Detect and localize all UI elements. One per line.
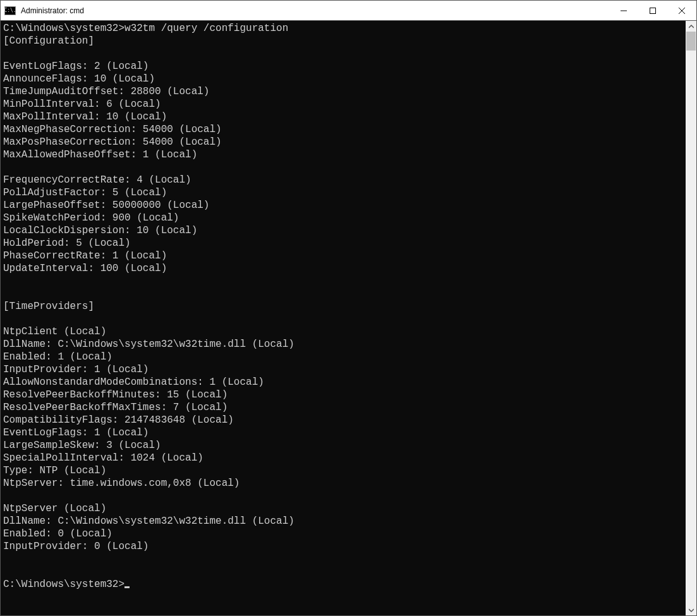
minimize-button[interactable] (609, 1, 638, 20)
output-line: EventLogFlags: 2 (Local) (3, 61, 148, 72)
output-line: TimeJumpAuditOffset: 28800 (Local) (3, 86, 209, 97)
client-area: C:\Windows\system32>w32tm /query /config… (1, 21, 696, 615)
output-line: MinPollInterval: 6 (Local) (3, 99, 161, 110)
output-line: PhaseCorrectRate: 1 (Local) (3, 250, 167, 262)
output-line: Enabled: 1 (Local) (3, 351, 112, 363)
output-line: MaxPollInterval: 10 (Local) (3, 111, 167, 123)
output-line: Type: NTP (Local) (3, 465, 106, 476)
window-title: Administrator: cmd (21, 6, 609, 15)
output-line: LocalClockDispersion: 10 (Local) (3, 225, 197, 236)
output-line: LargePhaseOffset: 50000000 (Local) (3, 200, 209, 211)
output-line: MaxNegPhaseCorrection: 54000 (Local) (3, 124, 222, 135)
output-line: UpdateInterval: 100 (Local) (3, 263, 167, 274)
scroll-up-button[interactable] (686, 21, 696, 32)
output-line: InputProvider: 1 (Local) (3, 364, 148, 375)
output-line: SpecialPollInterval: 1024 (Local) (3, 452, 203, 464)
prompt: C:\Windows\system32> (3, 579, 124, 590)
maximize-button[interactable] (638, 1, 667, 20)
close-button[interactable] (667, 1, 696, 20)
output-line: SpikeWatchPeriod: 900 (Local) (3, 212, 179, 224)
cursor (124, 586, 130, 588)
output-line: FrequencyCorrectRate: 4 (Local) (3, 174, 191, 186)
output-line: CompatibilityFlags: 2147483648 (Local) (3, 414, 234, 426)
window-controls (609, 1, 696, 20)
scroll-thumb[interactable] (686, 32, 696, 51)
command-text: w32tm /query /configuration (124, 23, 288, 34)
section-header: [Configuration] (3, 35, 94, 47)
prompt: C:\Windows\system32> (3, 23, 124, 34)
output-line: AnnounceFlags: 10 (Local) (3, 73, 155, 85)
output-line: NtpServer (Local) (3, 503, 106, 514)
output-line: ResolvePeerBackoffMinutes: 15 (Local) (3, 389, 227, 401)
output-line: NtpClient (Local) (3, 326, 106, 337)
output-line: MaxAllowedPhaseOffset: 1 (Local) (3, 149, 197, 160)
vertical-scrollbar[interactable] (686, 21, 696, 615)
output-line: HoldPeriod: 5 (Local) (3, 238, 131, 249)
scroll-down-button[interactable] (686, 605, 696, 615)
section-header: [TimeProviders] (3, 301, 94, 312)
output-line: MaxPosPhaseCorrection: 54000 (Local) (3, 136, 222, 148)
output-line: DllName: C:\Windows\system32\w32time.dll… (3, 339, 294, 350)
output-line: LargeSampleSkew: 3 (Local) (3, 440, 161, 451)
output-line: EventLogFlags: 1 (Local) (3, 427, 148, 438)
terminal-output[interactable]: C:\Windows\system32>w32tm /query /config… (1, 21, 686, 615)
svg-rect-1 (650, 8, 656, 13)
output-line: ResolvePeerBackoffMaxTimes: 7 (Local) (3, 402, 227, 413)
cmd-icon: C:\. (4, 6, 16, 15)
cmd-window: C:\. Administrator: cmd C:\Windows\syste… (0, 0, 697, 616)
output-line: NtpServer: time.windows.com,0x8 (Local) (3, 478, 239, 489)
output-line: AllowNonstandardModeCombinations: 1 (Loc… (3, 377, 264, 388)
output-line: DllName: C:\Windows\system32\w32time.dll… (3, 516, 294, 527)
output-line: Enabled: 0 (Local) (3, 528, 112, 540)
titlebar[interactable]: C:\. Administrator: cmd (1, 1, 696, 21)
output-line: PollAdjustFactor: 5 (Local) (3, 187, 167, 198)
output-line: InputProvider: 0 (Local) (3, 541, 148, 552)
